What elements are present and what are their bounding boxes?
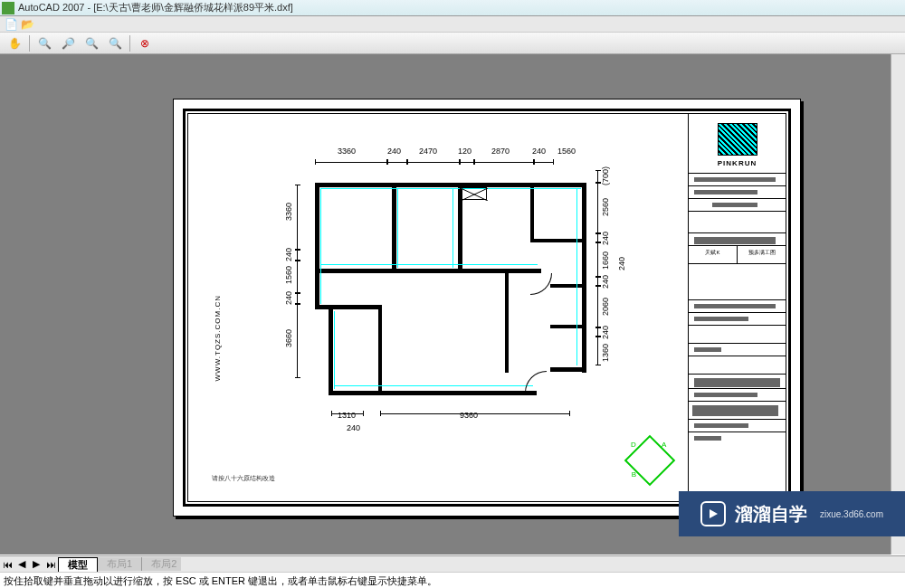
dim-value: 3360 — [338, 147, 356, 156]
wall — [315, 305, 378, 309]
dim-value: 240 — [617, 257, 626, 270]
cyan-line — [334, 311, 335, 389]
app-logo-icon — [2, 2, 14, 14]
wall — [550, 367, 586, 372]
wall — [329, 305, 333, 395]
tb-cell: 预多满工图 — [738, 246, 786, 263]
dim-value: 1310 — [338, 411, 356, 420]
dim-top — [407, 157, 460, 163]
drawing-frame-inner: PINKRUN 天赋K 预多满工图 — [187, 113, 786, 502]
watermark-sub: zixue.3d66.com — [820, 509, 883, 519]
dim-top — [534, 157, 554, 163]
door-arc-icon — [530, 273, 552, 295]
open-file-icon[interactable]: 📂 — [20, 17, 34, 32]
pan-icon[interactable]: ✋ — [5, 34, 24, 52]
scrollbar-horizontal[interactable] — [181, 557, 905, 572]
dim-top — [460, 157, 474, 163]
cyan-line — [452, 188, 453, 268]
divider — [29, 35, 30, 52]
north-arrow-icon: A D B — [624, 435, 676, 487]
tab-layout1[interactable]: 布局1 — [98, 557, 142, 571]
tab-first-icon[interactable]: ⏮ — [0, 559, 14, 570]
tab-next-icon[interactable]: ▶ — [29, 558, 43, 570]
title-block: PINKRUN 天赋K 预多满工图 — [688, 114, 786, 501]
dim-value: 240 — [284, 248, 293, 261]
zoom-in-icon[interactable]: 🔎 — [59, 34, 77, 52]
dim-value: 1660 — [601, 251, 610, 270]
drawing-frame: PINKRUN 天赋K 预多满工图 — [183, 109, 791, 507]
wall — [329, 391, 537, 395]
dim-value: 240 — [347, 423, 360, 432]
zoom-extents-icon[interactable]: 🔍 — [35, 34, 53, 52]
wall — [550, 284, 585, 288]
dim-value: 2060 — [601, 298, 610, 316]
dim-value: 1560 — [557, 147, 576, 156]
dim-value: 3360 — [284, 203, 293, 221]
watermark-text: 溜溜自学 — [735, 502, 807, 526]
cyan-line — [320, 188, 581, 189]
paper-sheet: PINKRUN 天赋K 预多满工图 — [173, 99, 801, 517]
cyan-line — [397, 188, 398, 268]
tab-last-icon[interactable]: ⏭ — [43, 559, 58, 570]
dim-value: 3660 — [284, 329, 293, 347]
zoom-out-icon[interactable]: 🔍 — [82, 34, 100, 52]
title-bar: AutoCAD 2007 - [E:\天古\曹老师\金辉融侨城花样派89平米.d… — [0, 0, 905, 16]
dim-value: 2560 — [601, 198, 610, 216]
wall — [315, 183, 586, 187]
wall — [392, 183, 396, 273]
quick-access-bar: 📄 📂 — [0, 16, 905, 33]
tab-model[interactable]: 模型 — [58, 557, 98, 572]
drawing-stage[interactable]: PINKRUN 天赋K 预多满工图 — [0, 54, 905, 555]
dim-left — [297, 261, 302, 293]
dim-value: 120 — [458, 147, 472, 156]
cyan-line — [576, 188, 577, 365]
dim-value: 1360 — [601, 344, 610, 362]
dim-value: 240 — [532, 147, 546, 156]
window-icon — [460, 187, 487, 200]
titleblock-logo-icon — [718, 123, 757, 156]
cyan-line — [334, 385, 533, 386]
tab-prev-icon[interactable]: ◀ — [14, 558, 29, 570]
dim-value: 1560 — [284, 266, 293, 284]
play-icon — [700, 501, 726, 526]
toolbar: ✋ 🔍 🔎 🔍 🔍 ⊗ — [0, 33, 905, 54]
dim-value: 9360 — [460, 411, 478, 420]
zoom-window-icon[interactable]: 🔍 — [106, 34, 124, 52]
new-file-icon[interactable]: 📄 — [4, 17, 18, 32]
tb-cell: 天赋K — [689, 246, 738, 263]
floor-plan: 3360 240 2470 120 2870 240 1560 3360 — [279, 157, 632, 456]
dim-value: 2870 — [491, 147, 510, 156]
footnote-text: 请按八十六原结构改造 — [212, 474, 275, 483]
layout-tabs: ⏮ ◀ ▶ ⏭ 模型 布局1 布局2 — [0, 555, 905, 572]
north-label: D — [631, 441, 636, 449]
north-label: B — [632, 470, 636, 479]
door-arc-icon — [525, 371, 547, 393]
wall — [530, 183, 534, 242]
dim-top — [315, 157, 387, 163]
cancel-icon[interactable]: ⊗ — [136, 34, 154, 52]
dim-left — [297, 250, 302, 261]
north-label: A — [662, 441, 666, 449]
dim-left — [297, 304, 302, 378]
wall — [315, 183, 319, 309]
scrollbar-vertical[interactable] — [891, 54, 905, 555]
cyan-line — [320, 264, 538, 265]
dim-top — [474, 157, 534, 163]
wall — [505, 269, 509, 373]
dim-left — [297, 185, 302, 250]
cyan-line — [320, 188, 321, 304]
dim-top — [387, 157, 407, 163]
divider — [129, 35, 130, 52]
wall — [378, 305, 382, 391]
watermark: 溜溜自学 zixue.3d66.com — [679, 491, 905, 536]
dim-value: 240 — [284, 291, 293, 305]
dim-value: 240 — [387, 147, 401, 156]
url-text: WWW.TQZS.COM.CN — [214, 295, 222, 381]
window-title: AutoCAD 2007 - [E:\天古\曹老师\金辉融侨城花样派89平米.d… — [18, 1, 293, 14]
tab-layout2[interactable]: 布局2 — [142, 557, 186, 571]
wall — [550, 325, 585, 328]
dim-left — [297, 293, 302, 304]
dim-value: 2470 — [419, 147, 437, 156]
svg-marker-2 — [710, 509, 718, 518]
titleblock-brand: PINKRUN — [689, 159, 786, 167]
